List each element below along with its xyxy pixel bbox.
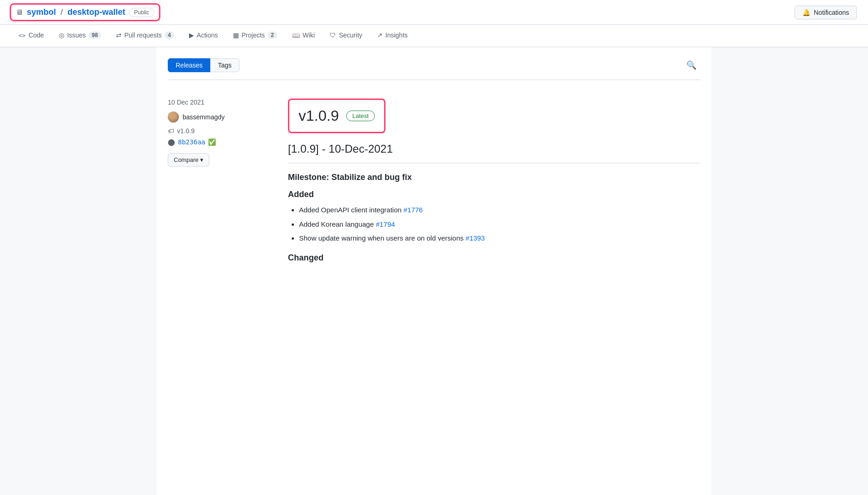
release-tab-group: Releases Tags [168,58,239,72]
tab-insights-label: Insights [385,31,408,39]
tab-security[interactable]: 🛡 Security [322,25,370,47]
release-author: bassemmagdy [168,111,269,123]
latest-badge: Latest [346,111,374,121]
tab-issues-label: Issues [67,31,86,39]
list-item: Added OpenAPI client integration #1776 [299,205,700,216]
release-version-box: v1.0.9 Latest [288,99,385,133]
nav-tabs: <> Code ◎ Issues 98 ⇄ Pull requests 4 ▶ … [0,25,868,47]
added-list: Added OpenAPI client integration #1776 A… [288,205,700,244]
compare-button[interactable]: Compare ▾ [168,153,209,167]
tab-code-label: Code [29,31,44,39]
chevron-down-icon: ▾ [200,156,203,163]
search-icon: 🔍 [686,61,697,70]
release-tag-row: 🏷 v1.0.9 [168,127,269,135]
commit-hash[interactable]: 8b236aa [178,138,205,146]
tab-actions[interactable]: ▶ Actions [182,25,226,47]
actions-icon: ▶ [189,31,194,39]
repo-slash: / [61,7,63,17]
releases-tab-button[interactable]: Releases [168,58,210,72]
issue-link-1393[interactable]: #1393 [465,234,485,242]
tab-pull-requests[interactable]: ⇄ Pull requests 4 [109,25,182,47]
release-layout: 10 Dec 2021 bassemmagdy 🏷 v1.0.9 ⬤ 8b236… [168,89,700,268]
list-item: Show update warning when users are on ol… [299,233,700,244]
issues-badge: 98 [89,31,101,39]
tab-wiki-label: Wiki [303,31,315,39]
pr-icon: ⇄ [116,31,122,39]
tag-icon: 🏷 [168,127,174,135]
insights-icon: ↗ [377,31,383,39]
projects-badge: 2 [268,31,277,39]
tab-code[interactable]: <> Code [11,25,51,47]
tab-issues[interactable]: ◎ Issues 98 [51,25,109,47]
release-version: v1.0.9 [299,107,339,124]
notifications-button[interactable]: 🔔 Notifications [795,6,857,19]
code-icon: <> [18,32,26,39]
projects-icon: ▦ [233,31,239,39]
issue-link-1794[interactable]: #1794 [376,220,395,228]
tab-wiki[interactable]: 📖 Wiki [285,25,322,47]
changed-heading: Changed [288,253,700,263]
repo-owner-link[interactable]: symbol [27,7,56,17]
avatar [168,111,179,123]
notifications-label: Notifications [814,9,849,16]
compare-label: Compare [174,156,198,163]
release-sidebar: 10 Dec 2021 bassemmagdy 🏷 v1.0.9 ⬤ 8b236… [168,99,269,268]
visibility-badge: Public [129,8,154,17]
tab-security-label: Security [339,31,362,39]
security-icon: 🛡 [330,31,336,39]
search-releases-button[interactable]: 🔍 [683,58,700,72]
tab-projects[interactable]: ▦ Projects 2 [226,25,285,47]
commit-icon: ⬤ [168,138,175,146]
repo-name-link[interactable]: desktop-wallet [67,7,125,17]
release-tabs-row: Releases Tags 🔍 [168,58,700,80]
release-main-content: v1.0.9 Latest [1.0.9] - 10-Dec-2021 Mile… [288,99,700,268]
pr-badge: 4 [165,31,174,39]
tab-projects-label: Projects [242,31,265,39]
milestone-heading: Milestone: Stabilize and bug fix [288,173,700,182]
main-content: Releases Tags 🔍 10 Dec 2021 bassemmagdy … [157,47,711,495]
issue-link-1776[interactable]: #1776 [403,206,423,214]
tags-tab-button[interactable]: Tags [210,58,239,72]
tab-pr-label: Pull requests [124,31,162,39]
tab-actions-label: Actions [197,31,218,39]
release-tag[interactable]: v1.0.9 [177,127,195,135]
wiki-icon: 📖 [292,31,300,39]
issues-icon: ◎ [59,31,64,39]
commit-check-icon: ✅ [208,138,216,146]
release-subtitle: [1.0.9] - 10-Dec-2021 [288,142,700,163]
repo-title-area: 🖥 symbol / desktop-wallet Public [11,5,159,20]
release-date: 10 Dec 2021 [168,99,269,106]
tab-insights[interactable]: ↗ Insights [370,25,415,47]
desktop-icon: 🖥 [16,8,23,17]
author-name[interactable]: bassemmagdy [183,113,225,121]
list-item: Added Korean language #1794 [299,219,700,230]
release-commit-row: ⬤ 8b236aa ✅ [168,138,269,146]
bell-icon: 🔔 [802,9,810,16]
added-heading: Added [288,190,700,199]
